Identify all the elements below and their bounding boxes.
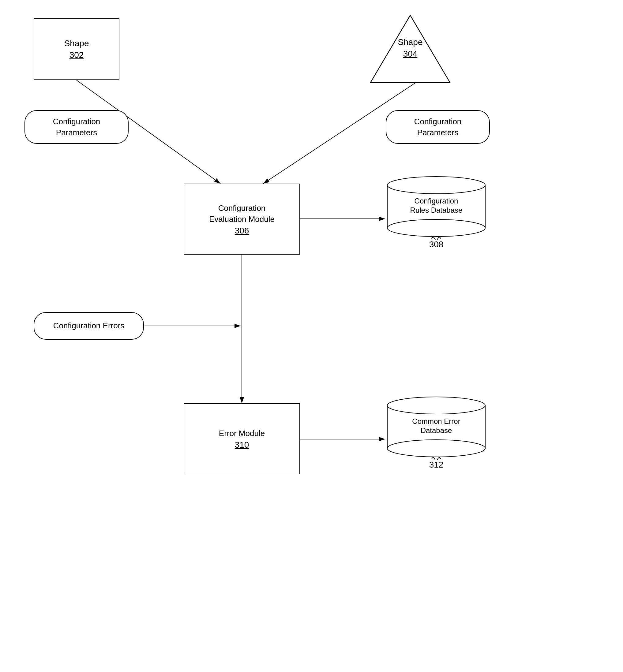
config-params-left-label: ConfigurationParameters <box>53 116 100 138</box>
error-module: Error Module 310 <box>184 403 300 474</box>
config-eval-label: ConfigurationEvaluation Module <box>209 203 275 225</box>
svg-point-12 <box>387 177 485 194</box>
svg-point-18 <box>387 440 485 457</box>
shape-302: Shape 302 <box>34 18 119 80</box>
config-rules-db-id: 308 <box>429 240 444 249</box>
common-error-db-id: 312 <box>429 460 444 470</box>
svg-text:Database: Database <box>421 426 452 434</box>
config-params-right-label: ConfigurationParameters <box>414 116 462 138</box>
shape-304-id: 304 <box>403 49 418 59</box>
svg-point-13 <box>387 219 485 237</box>
config-eval-module: ConfigurationEvaluation Module 306 <box>184 184 300 254</box>
error-module-label: Error Module <box>219 428 265 439</box>
shape-304-label: Shape <box>398 37 423 48</box>
config-errors-label: Configuration Errors <box>53 321 125 331</box>
shape-302-label: Shape <box>64 38 89 49</box>
svg-text:Common Error: Common Error <box>412 417 460 425</box>
svg-point-17 <box>387 397 485 414</box>
shape-302-id: 302 <box>69 50 84 60</box>
shape-304: Shape 304 <box>367 12 453 86</box>
config-rules-db: Configuration Rules Database 308 <box>381 176 492 249</box>
error-module-id: 310 <box>235 440 249 450</box>
common-error-db: Common Error Database 312 <box>381 396 492 470</box>
svg-text:Configuration: Configuration <box>415 197 458 205</box>
config-params-right: ConfigurationParameters <box>386 110 490 144</box>
config-rules-db-svg: Configuration Rules Database <box>384 176 488 240</box>
diagram-container: Shape 302 Shape 304 ConfigurationParamet… <box>0 0 623 672</box>
config-params-left: ConfigurationParameters <box>25 110 128 144</box>
config-errors: Configuration Errors <box>34 312 144 340</box>
common-error-db-svg: Common Error Database <box>384 396 488 460</box>
config-eval-id: 306 <box>235 226 249 236</box>
svg-text:Rules Database: Rules Database <box>410 206 463 214</box>
